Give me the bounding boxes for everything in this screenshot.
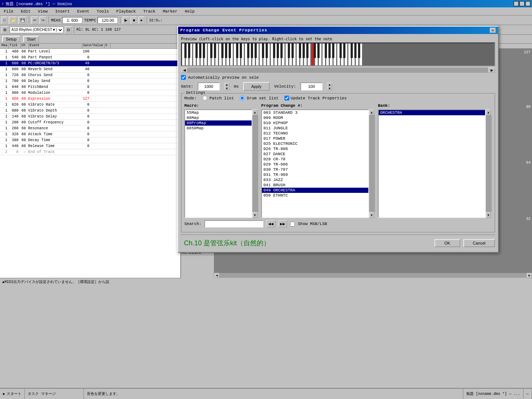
track-select-btn[interactable]: ⊞	[1, 26, 8, 34]
black-key[interactable]	[247, 43, 249, 58]
track-row[interactable]: 1 600 60 PC:ORCHETR/0/3 49	[0, 61, 180, 66]
black-key[interactable]	[221, 43, 224, 58]
taskbar-right[interactable]: 無題 [noname.dms *] — ...	[463, 389, 524, 399]
start-btn-taskbar[interactable]: ▶ スタート	[0, 389, 25, 399]
velocity-input[interactable]	[300, 82, 323, 91]
search-input[interactable]	[204, 220, 263, 228]
gate-up-btn[interactable]: ▲	[224, 83, 229, 86]
open-btn[interactable]: 📂	[9, 17, 17, 24]
black-key[interactable]	[299, 43, 301, 58]
black-key[interactable]	[188, 43, 190, 58]
bank-list[interactable]: ORCHESTRA	[378, 109, 486, 218]
apply-btn[interactable]: Apply	[243, 82, 270, 91]
program-list-item[interactable]: 025 ELECTRONIC	[262, 141, 368, 146]
black-key[interactable]	[280, 43, 283, 58]
black-key[interactable]	[354, 43, 357, 58]
scroll-right-btn[interactable]: ▶	[527, 273, 532, 278]
black-key[interactable]	[225, 43, 227, 58]
program-list-item[interactable]: 017 POWER	[262, 136, 368, 141]
track-row[interactable]: 1 660 60 Reverb Send 40	[0, 66, 180, 72]
track-row[interactable]: 1 380 60 Decay Time 0	[0, 137, 180, 143]
macro-scroll-down[interactable]: ▼	[252, 212, 258, 218]
macro-list[interactable]: 55Map88Map88ProMap8850Map	[184, 109, 252, 218]
search-prev-btn[interactable]: ◀◀	[266, 220, 275, 228]
program-list-item[interactable]: 011 JUNGLE	[262, 126, 368, 131]
menu-marker[interactable]: Marker	[161, 9, 180, 14]
vel-down-btn[interactable]: ▼	[327, 86, 332, 90]
drum-set-radio[interactable]	[240, 96, 245, 100]
black-key[interactable]	[251, 43, 253, 58]
black-key[interactable]	[306, 43, 308, 58]
menu-track[interactable]: Track	[141, 9, 158, 14]
black-key[interactable]	[273, 43, 275, 58]
track-row[interactable]: 1 260 60 Resonance 0	[0, 126, 180, 132]
piano-keyboard[interactable]	[181, 42, 495, 66]
show-msb-checkbox[interactable]	[290, 222, 295, 226]
horizontal-scroll[interactable]: ◀ ▶	[214, 273, 532, 278]
track-row[interactable]: 1 020 60 Vibrato Rate 0	[0, 102, 180, 108]
black-key[interactable]	[291, 43, 294, 58]
program-scrollbar[interactable]: ▲ ▼	[369, 109, 375, 218]
program-list-item[interactable]: 003 STANDARD 3	[262, 110, 368, 115]
track-row[interactable]: 1 140 60 Vibrato Delay 0	[0, 114, 180, 120]
macro-list-item[interactable]: 8850Map	[185, 126, 252, 131]
black-key[interactable]	[199, 43, 201, 58]
black-key[interactable]	[236, 43, 238, 58]
cancel-btn[interactable]: Cancel	[463, 239, 495, 247]
redo-btn[interactable]: ↪	[40, 17, 46, 24]
dialog-close-btn[interactable]: ×	[490, 28, 496, 33]
piano-scroll-right[interactable]: ▶	[488, 68, 495, 73]
black-key[interactable]	[325, 43, 327, 58]
ok-btn[interactable]: OK	[434, 239, 460, 247]
program-list-item[interactable]: 026 TR-808	[262, 146, 368, 151]
program-list-item[interactable]: 030 TR-707	[262, 167, 368, 172]
program-list-item[interactable]: 049 ORCHESTRA	[262, 188, 368, 193]
vel-up-btn[interactable]: ▲	[327, 83, 332, 86]
black-key[interactable]	[314, 43, 316, 58]
track-row[interactable]: 2 0 — End of Track	[0, 149, 180, 155]
menu-view[interactable]: View	[36, 9, 50, 14]
track-row[interactable]: 1 960 60 Expression 127	[0, 96, 180, 102]
menu-edit[interactable]: Edit	[18, 9, 33, 14]
program-list-item[interactable]: 012 TECHNO	[262, 131, 368, 136]
maximize-btn[interactable]: □	[519, 1, 525, 6]
black-key[interactable]	[240, 43, 242, 58]
track-row[interactable]: 1 320 60 Attack Time 0	[0, 132, 180, 137]
track-selector[interactable]: A10 Rhythm (ORCHEST▼)	[10, 27, 64, 33]
black-key[interactable]	[340, 43, 342, 58]
minimize-btn[interactable]: ─	[514, 1, 519, 6]
program-list-item[interactable]: 031 TR-909	[262, 172, 368, 177]
search-next-btn[interactable]: ▶▶	[278, 220, 287, 228]
track-row[interactable]: 1 080 60 Vibrato Depth 0	[0, 108, 180, 114]
black-key[interactable]	[328, 43, 331, 58]
macro-scrollbar[interactable]: ▲ ▼	[252, 109, 258, 218]
macro-list-item[interactable]: 88Map	[185, 115, 252, 120]
stop-btn[interactable]: ■	[131, 17, 137, 24]
macro-scroll-up[interactable]: ▲	[252, 109, 258, 115]
track-row[interactable]: 1 200 60 Cutoff Frequency 0	[0, 120, 180, 126]
meas-input[interactable]	[62, 17, 82, 24]
program-list-item[interactable]: 033 JAZZ	[262, 177, 368, 183]
track-row[interactable]: 1 840 60 PitchBend 0	[0, 84, 180, 90]
piano-scroll-track[interactable]	[188, 68, 488, 73]
track-config-btn[interactable]: ⊟	[65, 26, 72, 34]
black-key[interactable]	[343, 43, 345, 58]
program-list-item[interactable]: 050 ETHNTC	[262, 193, 368, 198]
setup-btn[interactable]: Setup	[2, 36, 20, 42]
black-key[interactable]	[203, 43, 205, 58]
patch-list-radio[interactable]	[202, 96, 207, 100]
menu-help[interactable]: Help	[183, 9, 197, 14]
track-row[interactable]: 1 440 60 Release Time 0	[0, 143, 180, 149]
bank-scrollbar[interactable]: ▲ ▼	[486, 109, 492, 218]
tempo-input[interactable]	[98, 17, 118, 24]
black-key[interactable]	[317, 43, 320, 58]
gate-down-btn[interactable]: ▼	[224, 86, 229, 90]
piano-scroll-left[interactable]: ◀	[181, 68, 188, 73]
play-btn[interactable]: ▶	[123, 17, 129, 24]
track-row[interactable]: 1 780 60 Delay Send 0	[0, 78, 180, 84]
menu-playback[interactable]: Playback	[114, 9, 138, 14]
program-list-item[interactable]: 029 TR-606	[262, 162, 368, 167]
start-btn[interactable]: Start	[23, 36, 39, 42]
black-key[interactable]	[229, 43, 231, 58]
track-row[interactable]: 1 480 60 Part Level 100	[0, 49, 180, 55]
